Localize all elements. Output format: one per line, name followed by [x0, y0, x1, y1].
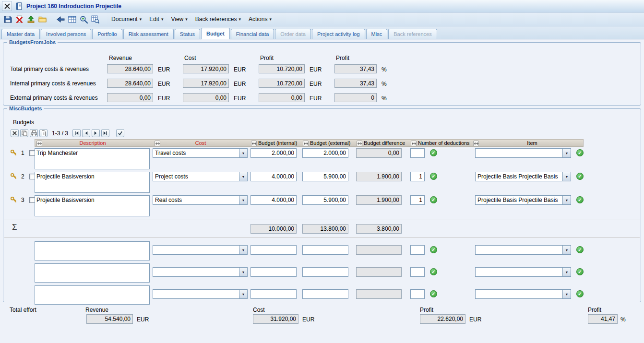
description-textarea[interactable]	[35, 285, 150, 305]
print-icon[interactable]	[30, 129, 38, 137]
menu-view[interactable]: View ▾	[167, 14, 191, 24]
remove-icon[interactable]	[11, 129, 19, 137]
tab-misc[interactable]: Misc	[366, 29, 388, 39]
ok-icon[interactable]: ✓	[576, 149, 584, 156]
ok-icon[interactable]: ✓	[430, 290, 437, 297]
table-icon[interactable]	[66, 13, 78, 25]
dropdown-arrow-icon[interactable]: ▼	[562, 268, 571, 276]
tab-master-data[interactable]: Master data	[1, 29, 40, 39]
ok-icon[interactable]: ✓	[430, 246, 437, 253]
dropdown-arrow-icon[interactable]: ▼	[239, 149, 247, 157]
ok-icon[interactable]: ✓	[576, 290, 584, 297]
item-dropdown[interactable]: ▼	[475, 289, 571, 299]
budgets-label: Budgets	[13, 119, 34, 126]
export-doc-icon[interactable]	[39, 129, 48, 137]
menu-document[interactable]: Document ▾	[107, 14, 145, 24]
ok-icon[interactable]: ✓	[430, 149, 437, 156]
table-search-icon[interactable]	[89, 13, 101, 25]
menu-actions[interactable]: Actions ▾	[245, 14, 275, 24]
deductions-input[interactable]	[410, 195, 425, 205]
tab-project-activity-log[interactable]: Project activity log	[312, 29, 365, 39]
description-textarea[interactable]	[35, 263, 150, 283]
ok-icon[interactable]: ✓	[576, 173, 584, 180]
menu-back-references[interactable]: Back references ▾	[191, 14, 245, 24]
cost-type-dropdown[interactable]: Project costs ▼	[153, 172, 248, 181]
cost-type-dropdown[interactable]: ▼	[153, 289, 248, 299]
dropdown-arrow-icon[interactable]: ▼	[562, 290, 571, 298]
budget-external-input[interactable]	[302, 172, 348, 181]
budget-internal-input[interactable]	[250, 195, 297, 205]
budget-external-input[interactable]	[302, 267, 348, 277]
description-textarea[interactable]: Projectile Basisversion	[35, 195, 150, 216]
deductions-input[interactable]	[410, 267, 425, 277]
budget-internal-input[interactable]	[250, 267, 297, 277]
deductions-input[interactable]	[410, 172, 425, 181]
dropdown-arrow-icon[interactable]: ▼	[562, 196, 571, 204]
sort-icon[interactable]	[251, 141, 257, 146]
budget-internal-input[interactable]	[250, 172, 297, 181]
nav-first-icon[interactable]	[72, 129, 81, 137]
misc-budgets-section: MiscBudgets Budgets 1-3 / 3	[3, 106, 641, 302]
ok-icon[interactable]: ✓	[576, 196, 584, 203]
dropdown-arrow-icon[interactable]: ▼	[239, 196, 247, 204]
dropdown-arrow-icon[interactable]: ▼	[239, 172, 247, 181]
nav-prev-icon[interactable]	[82, 129, 90, 137]
tab-budget[interactable]: Budget	[201, 28, 230, 39]
item-dropdown[interactable]: Projectile Basis Projectile Basis ▼	[475, 172, 571, 181]
sort-icon[interactable]	[411, 141, 417, 146]
item-dropdown[interactable]: Projectile Basis Projectile Basis ▼	[475, 195, 571, 205]
budget-internal-input[interactable]	[250, 148, 297, 158]
item-dropdown[interactable]: ▼	[475, 245, 571, 255]
dropdown-arrow-icon[interactable]: ▼	[562, 149, 571, 157]
deductions-input[interactable]	[410, 289, 425, 299]
dropdown-arrow-icon[interactable]: ▼	[239, 290, 247, 298]
item-dropdown[interactable]: ▼	[475, 267, 571, 277]
description-textarea[interactable]: Projectile Basisversion	[35, 172, 150, 193]
description-textarea[interactable]	[35, 241, 150, 260]
ok-icon[interactable]: ✓	[430, 173, 437, 180]
deductions-input[interactable]	[410, 148, 425, 158]
folder-icon[interactable]	[36, 13, 48, 25]
nav-next-icon[interactable]	[92, 129, 100, 137]
ok-icon[interactable]: ✓	[430, 196, 437, 203]
cost-type-dropdown[interactable]: ▼	[153, 267, 248, 277]
dropdown-arrow-icon[interactable]: ▼	[562, 172, 571, 181]
currency-label: EUR	[137, 316, 149, 323]
menu-edit[interactable]: Edit ▾	[145, 14, 167, 24]
deductions-input[interactable]	[410, 245, 425, 255]
confirm-icon[interactable]	[116, 129, 124, 137]
tab-involved-persons[interactable]: Involved persons	[41, 29, 91, 39]
upload-icon[interactable]	[25, 13, 36, 25]
ok-icon[interactable]: ✓	[430, 268, 437, 275]
save-icon[interactable]	[2, 13, 13, 25]
close-icon[interactable]	[2, 1, 12, 11]
tab-financial-data[interactable]: Financial data	[231, 29, 274, 39]
budget-internal-input[interactable]	[250, 245, 297, 255]
tab-risk-assessment[interactable]: Risk assessment	[123, 29, 174, 39]
dropdown-arrow-icon[interactable]: ▼	[239, 246, 247, 254]
ok-icon[interactable]: ✓	[576, 268, 584, 275]
cost-type-dropdown[interactable]: ▼	[153, 245, 248, 255]
budget-internal-input[interactable]	[250, 289, 297, 299]
cost-type-dropdown[interactable]: Real costs ▼	[153, 195, 248, 205]
dropdown-arrow-icon[interactable]: ▼	[562, 246, 571, 254]
description-textarea[interactable]: Trip Manchester	[35, 148, 150, 169]
sort-icon[interactable]	[303, 141, 309, 146]
copy-icon[interactable]	[20, 129, 28, 137]
tab-portfolio[interactable]: Portfolio	[92, 29, 122, 39]
item-dropdown[interactable]: ▼	[475, 148, 571, 158]
budget-external-input[interactable]	[302, 195, 348, 205]
sort-icon[interactable]	[357, 141, 362, 146]
delete-icon[interactable]	[13, 13, 25, 25]
budget-external-input[interactable]	[302, 289, 348, 299]
budget-external-input[interactable]	[302, 148, 348, 158]
cost-type-dropdown[interactable]: Travel costs ▼	[153, 148, 248, 158]
ok-icon[interactable]: ✓	[576, 246, 584, 253]
search-icon[interactable]	[78, 13, 89, 25]
back-icon[interactable]	[55, 13, 66, 25]
sort-icon[interactable]	[473, 141, 479, 146]
dropdown-arrow-icon[interactable]: ▼	[239, 268, 247, 276]
tab-status[interactable]: Status	[175, 29, 200, 39]
budget-external-input[interactable]	[302, 245, 348, 255]
nav-last-icon[interactable]	[101, 129, 109, 137]
